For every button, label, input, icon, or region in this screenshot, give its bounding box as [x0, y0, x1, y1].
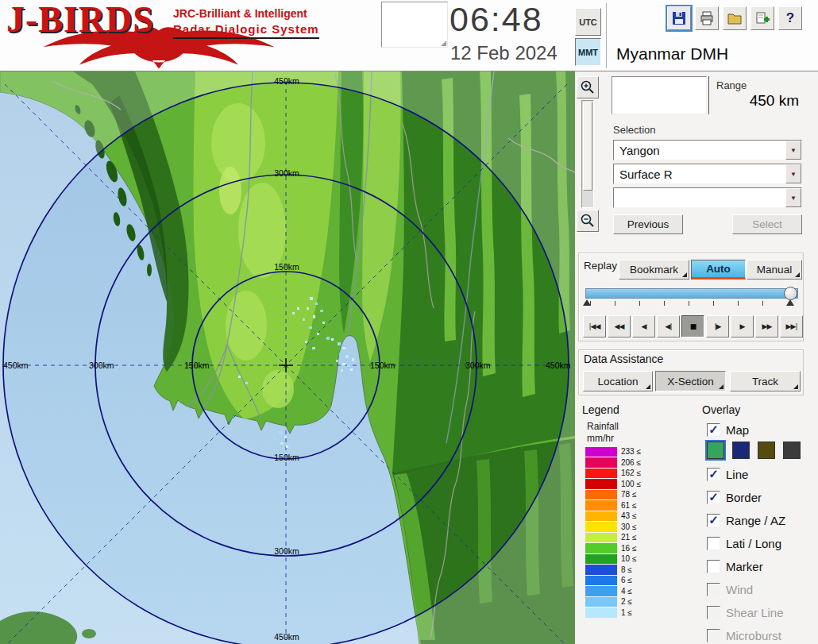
checkbox[interactable]: ✓ — [707, 491, 720, 504]
auto-button[interactable]: Auto — [691, 260, 746, 280]
legend-entry: 100 ≤ — [585, 479, 641, 490]
zoom-slider-thumb[interactable] — [583, 102, 592, 191]
media-skip-start-button[interactable]: |◀◀ — [583, 315, 606, 337]
range-value: 450 km — [707, 92, 799, 110]
overlay-item-marker[interactable]: Marker — [707, 557, 763, 575]
timeline-tick — [713, 301, 714, 306]
map-color-swatches — [707, 442, 810, 459]
range-label: 450km — [274, 632, 299, 642]
open-button[interactable] — [723, 6, 747, 30]
range-label: 450km — [3, 361, 29, 370]
export-button[interactable] — [750, 6, 774, 30]
range-label: 150km — [274, 453, 299, 462]
checkbox — [707, 583, 720, 596]
help-icon: ? — [786, 10, 794, 26]
map-color-swatch-2[interactable] — [732, 442, 750, 459]
bookmark-button[interactable]: Bookmark — [619, 260, 689, 280]
help-button[interactable]: ? — [778, 6, 802, 30]
checkbox — [707, 606, 720, 619]
print-button[interactable] — [695, 6, 719, 30]
legend-entry: 61 ≤ — [585, 500, 641, 511]
media-step-forward-button[interactable]: |▶ — [706, 315, 729, 337]
timeline-end-marker — [786, 299, 794, 306]
legend-entry: 2 ≤ — [585, 596, 641, 607]
range-label: 450km — [274, 76, 299, 86]
legend-unit-1: Rainfall — [587, 421, 619, 432]
save-button[interactable] — [667, 6, 691, 30]
checkbox[interactable] — [707, 537, 720, 550]
save-icon — [671, 10, 687, 26]
checkbox[interactable] — [707, 560, 720, 573]
range-label: 450km — [546, 361, 571, 370]
radar-map-area[interactable]: 450km 300km 150km 150km 300km 450km 450k… — [0, 71, 575, 644]
zoom-in-icon — [580, 79, 596, 95]
range-label: 300km — [274, 168, 299, 178]
legend-color — [585, 511, 617, 522]
radar-map: 450km 300km 150km 150km 300km 450km 450k… — [0, 71, 575, 644]
header-divider — [606, 3, 608, 68]
media-stop-button[interactable]: ■ — [681, 315, 704, 337]
timeline-tick — [639, 301, 640, 306]
utc-button[interactable]: UTC — [575, 8, 601, 36]
chevron-down-icon[interactable]: ▼ — [785, 164, 801, 183]
zoom-slider-track[interactable] — [581, 100, 594, 208]
overlay-item-border[interactable]: ✓ Border — [707, 488, 762, 506]
station-name: Myanmar DMH — [616, 44, 728, 64]
select-button[interactable]: Select — [732, 214, 802, 234]
checkbox[interactable]: ✓ — [707, 468, 720, 481]
replay-label: Replay — [584, 260, 617, 272]
media-play-button[interactable]: ▶ — [731, 315, 754, 337]
legend-entry: 10 ≤ — [585, 553, 641, 565]
legend-color — [585, 565, 617, 575]
mmt-button[interactable]: MMT — [575, 38, 601, 66]
overlay-item-range-az[interactable]: ✓ Range / AZ — [707, 511, 785, 529]
media-step-back-button[interactable]: ◀| — [657, 315, 680, 337]
legend-entry: 1 ≤ — [585, 607, 641, 619]
replay-timeline-thumb[interactable] — [784, 287, 797, 300]
legend-entry: 16 ≤ — [585, 543, 641, 554]
zoom-out-button[interactable] — [577, 210, 599, 232]
range-label: Range — [716, 79, 747, 91]
chevron-down-icon[interactable]: ▼ — [785, 188, 801, 207]
control-panel: Range 450 km Selection Yangon ▼ Surface … — [575, 71, 818, 644]
legend-entry: 4 ≤ — [585, 586, 641, 597]
media-fast-rewind-button[interactable]: ◀◀ — [608, 315, 631, 337]
track-button[interactable]: Track — [730, 371, 801, 391]
timeline-tick — [664, 301, 665, 306]
jbirds-app: J-BIRDS JRC-Brilliant & Intelligent Rada… — [0, 0, 818, 644]
site-select[interactable]: Yangon ▼ — [613, 140, 802, 160]
location-button[interactable]: Location — [583, 371, 653, 391]
media-controls: |◀◀ ◀◀ ◀ ◀| ■ |▶ ▶ ▶▶ ▶▶| — [583, 315, 808, 337]
media-play-reverse-button[interactable]: ◀ — [632, 315, 655, 337]
chevron-down-icon[interactable]: ▼ — [785, 141, 801, 160]
checkbox[interactable]: ✓ — [707, 514, 720, 527]
media-skip-end-button[interactable]: ▶▶| — [780, 315, 803, 337]
overlay-item-line[interactable]: ✓ Line — [707, 465, 748, 483]
replay-timeline-track[interactable] — [585, 288, 798, 299]
overlay-title: Overlay — [702, 403, 740, 416]
media-fast-forward-button[interactable]: ▶▶ — [755, 315, 778, 337]
legend-title: Legend — [582, 403, 619, 416]
range-label: 300km — [465, 361, 491, 370]
zoom-in-button[interactable] — [577, 76, 599, 98]
legend-entry: 43 ≤ — [585, 511, 641, 522]
x-section-button[interactable]: X-Section — [655, 371, 726, 391]
previous-button[interactable]: Previous — [613, 214, 683, 234]
data-assistance-group: Data Assistance Location X-Section Track — [578, 349, 804, 395]
checkbox[interactable]: ✓ — [707, 423, 720, 437]
overlay-item-lati-long[interactable]: Lati / Long — [707, 534, 781, 552]
resize-grip-icon: ◢ — [441, 39, 446, 47]
site-select-value: Yangon — [614, 144, 785, 157]
map-color-swatch-3[interactable] — [758, 442, 775, 459]
overlay-list: ✓ Map ✓ Line ✓ Border ✓ Range / AZ — [702, 419, 818, 644]
data-assistance-label: Data Assistance — [584, 353, 663, 365]
map-color-swatch-4[interactable] — [783, 442, 801, 459]
overlay-item-map[interactable]: ✓ Map — [707, 421, 749, 438]
manual-button[interactable]: Manual — [747, 260, 802, 280]
range-label: 150km — [274, 262, 299, 272]
logo-subtitle: JRC-Brilliant & Intelligent Radar Dialog… — [173, 7, 319, 39]
legend-color — [585, 576, 617, 586]
map-color-swatch-1[interactable] — [707, 442, 724, 459]
option-select[interactable]: ▼ — [613, 187, 802, 208]
product-select[interactable]: Surface R ▼ — [613, 164, 802, 184]
